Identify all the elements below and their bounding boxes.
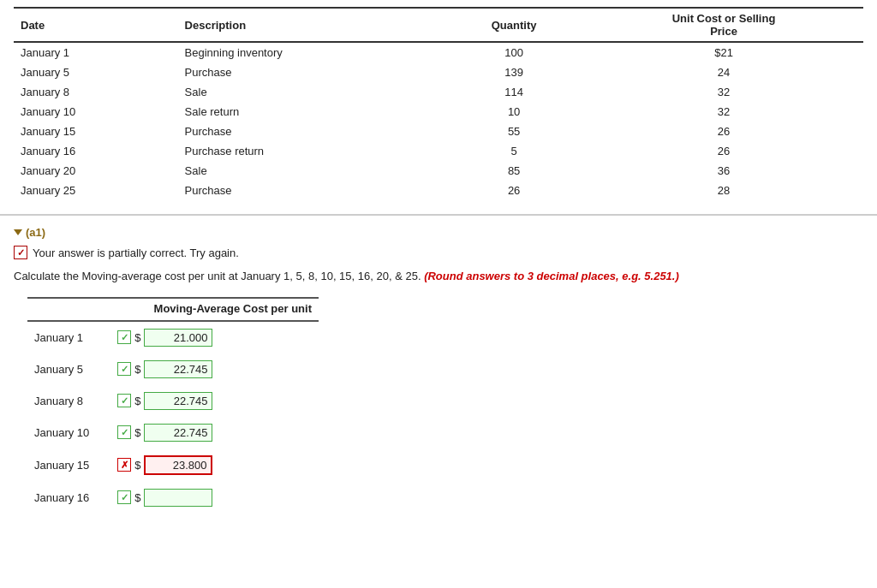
cell-description: Sale — [178, 82, 444, 102]
ma-table-container: Moving-Average Cost per unit January 1 ✓… — [14, 297, 863, 514]
cell-price: 24 — [584, 62, 863, 82]
cell-description: Sale — [178, 161, 444, 181]
inventory-table-container: Date Description Quantity Unit Cost or S… — [0, 0, 877, 216]
cell-quantity: 26 — [444, 181, 584, 200]
section-title: (a1) — [14, 226, 863, 239]
instruction-emphasis: (Round answers to 3 decimal places, e.g.… — [424, 270, 679, 282]
cell-price: 32 — [584, 102, 863, 122]
table-row: January 8 Sale 114 32 — [14, 82, 863, 102]
cell-description: Purchase — [178, 122, 444, 141]
ma-input-cell-2: $ — [134, 392, 212, 410]
ma-row-label-1: January 5 — [27, 353, 110, 385]
ma-table: Moving-Average Cost per unit January 1 ✓… — [27, 297, 319, 514]
ma-input-cell-3: $ — [134, 424, 212, 442]
ma-input-wrapper-4: ✗ $ — [117, 455, 312, 475]
ma-table-row: January 1 ✓ $ — [27, 321, 319, 353]
ma-row-label-2: January 8 — [27, 385, 110, 417]
cell-date: January 16 — [14, 141, 178, 161]
instruction-prefix: Calculate the Moving-average cost per un… — [14, 270, 424, 282]
ma-col-label — [27, 298, 110, 321]
inventory-table: Date Description Quantity Unit Cost or S… — [14, 7, 863, 200]
partial-correct-icon: ✓ — [14, 246, 27, 259]
ma-input-1[interactable] — [144, 360, 212, 378]
cell-date: January 15 — [14, 122, 178, 141]
cell-quantity: 5 — [444, 141, 584, 161]
ma-input-5[interactable] — [144, 489, 212, 507]
cell-price: 28 — [584, 181, 863, 200]
ma-input-0[interactable] — [144, 329, 212, 347]
col-header-description: Description — [178, 8, 444, 42]
cell-date: January 5 — [14, 62, 178, 82]
collapse-icon[interactable] — [14, 229, 22, 235]
status-icon-1: ✓ — [117, 362, 131, 376]
ma-input-wrapper-0: ✓ $ — [117, 329, 312, 347]
cell-description: Purchase — [178, 62, 444, 82]
table-row: January 15 Purchase 55 26 — [14, 122, 863, 141]
ma-row-label-5: January 16 — [27, 482, 110, 514]
cell-quantity: 85 — [444, 161, 584, 181]
cell-quantity: 139 — [444, 62, 584, 82]
status-icon-4: ✗ — [117, 458, 131, 472]
ma-input-wrapper-5: ✓ $ — [117, 489, 312, 507]
ma-table-row: January 5 ✓ $ — [27, 353, 319, 385]
ma-col-header: Moving-Average Cost per unit — [110, 298, 319, 321]
cell-date: January 1 — [14, 42, 178, 62]
section-a1: (a1) ✓ Your answer is partially correct.… — [0, 216, 877, 520]
ma-table-row: January 8 ✓ $ — [27, 385, 319, 417]
cell-date: January 8 — [14, 82, 178, 102]
cell-description: Beginning inventory — [178, 42, 444, 62]
cell-quantity: 55 — [444, 122, 584, 141]
cell-date: January 25 — [14, 181, 178, 200]
ma-input-cell-0: $ — [134, 329, 212, 347]
ma-row-label-4: January 15 — [27, 448, 110, 482]
cell-description: Purchase return — [178, 141, 444, 161]
table-row: January 10 Sale return 10 32 — [14, 102, 863, 122]
cell-price: 36 — [584, 161, 863, 181]
cell-description: Purchase — [178, 181, 444, 200]
dollar-sign-3: $ — [134, 426, 140, 439]
cell-quantity: 100 — [444, 42, 584, 62]
dollar-sign-4: $ — [134, 459, 140, 472]
ma-row-label-0: January 1 — [27, 321, 110, 353]
ma-input-3[interactable] — [144, 424, 212, 442]
table-row: January 5 Purchase 139 24 — [14, 62, 863, 82]
col-header-price: Unit Cost or SellingPrice — [584, 8, 863, 42]
ma-table-row: January 16 ✓ $ — [27, 482, 319, 514]
cell-price: 26 — [584, 122, 863, 141]
ma-input-2[interactable] — [144, 392, 212, 410]
section-label: (a1) — [26, 226, 45, 239]
table-row: January 25 Purchase 26 28 — [14, 181, 863, 200]
dollar-sign-1: $ — [134, 363, 140, 376]
cell-price: 26 — [584, 141, 863, 161]
instruction-text: Calculate the Moving-average cost per un… — [14, 268, 863, 285]
col-header-date: Date — [14, 8, 178, 42]
cell-price: $21 — [584, 42, 863, 62]
ma-input-cell-1: $ — [134, 360, 212, 378]
dollar-sign-0: $ — [134, 331, 140, 344]
notice-box: ✓ Your answer is partially correct. Try … — [14, 246, 863, 259]
ma-input-4[interactable] — [144, 455, 212, 475]
ma-input-wrapper-3: ✓ $ — [117, 424, 312, 442]
ma-input-wrapper-1: ✓ $ — [117, 360, 312, 378]
col-header-quantity: Quantity — [444, 8, 584, 42]
status-icon-0: ✓ — [117, 330, 131, 344]
dollar-sign-5: $ — [134, 491, 140, 504]
cell-description: Sale return — [178, 102, 444, 122]
ma-input-cell-5: $ — [134, 489, 212, 507]
dollar-sign-2: $ — [134, 395, 140, 407]
status-icon-5: ✓ — [117, 490, 131, 504]
table-row: January 1 Beginning inventory 100 $21 — [14, 42, 863, 62]
cell-quantity: 10 — [444, 102, 584, 122]
ma-table-row: January 15 ✗ $ — [27, 448, 319, 482]
cell-date: January 20 — [14, 161, 178, 181]
notice-text: Your answer is partially correct. Try ag… — [33, 246, 239, 259]
ma-input-wrapper-2: ✓ $ — [117, 392, 312, 410]
ma-input-cell-4: $ — [134, 455, 212, 475]
ma-table-row: January 10 ✓ $ — [27, 417, 319, 448]
cell-date: January 10 — [14, 102, 178, 122]
status-icon-2: ✓ — [117, 394, 131, 407]
cell-price: 32 — [584, 82, 863, 102]
table-row: January 20 Sale 85 36 — [14, 161, 863, 181]
cell-quantity: 114 — [444, 82, 584, 102]
status-icon-3: ✓ — [117, 425, 131, 439]
